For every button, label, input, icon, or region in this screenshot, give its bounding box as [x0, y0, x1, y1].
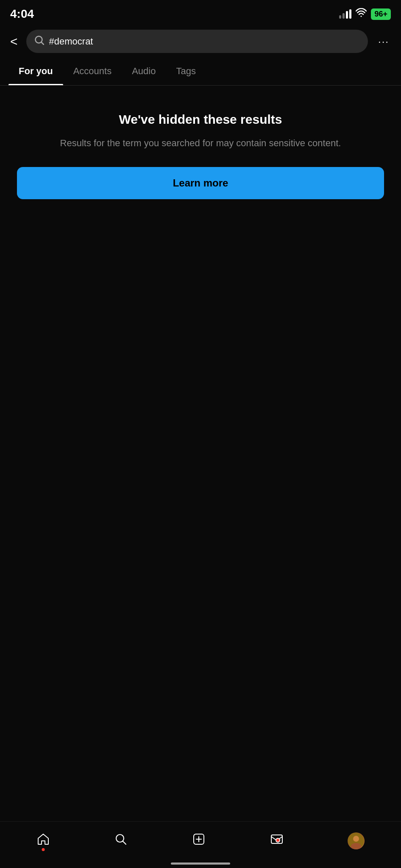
bottom-nav [0, 821, 401, 868]
search-bar[interactable]: #democrat [26, 30, 368, 53]
learn-more-button[interactable]: Learn more [17, 167, 384, 199]
back-button[interactable]: < [8, 33, 19, 50]
search-query: #democrat [49, 36, 359, 47]
wifi-icon [356, 8, 367, 20]
search-icon [35, 36, 44, 47]
profile-avatar [348, 832, 365, 849]
main-content: We've hidden these results Results for t… [0, 86, 401, 225]
svg-rect-5 [276, 838, 280, 842]
nav-search[interactable] [114, 832, 128, 849]
create-icon [192, 832, 206, 849]
tab-for-you[interactable]: For you [8, 57, 63, 85]
svg-point-7 [353, 836, 359, 842]
tab-accounts[interactable]: Accounts [63, 57, 122, 85]
inbox-icon [270, 832, 284, 849]
hidden-results-title: We've hidden these results [17, 111, 384, 128]
search-nav-icon [114, 832, 128, 849]
svg-point-0 [361, 16, 362, 17]
header: < #democrat ··· [0, 25, 401, 57]
battery-indicator: 96+ [371, 8, 391, 20]
home-icon [36, 832, 50, 849]
status-bar: 4:04 96+ [0, 0, 401, 25]
nav-profile[interactable] [348, 832, 365, 849]
tab-audio[interactable]: Audio [122, 57, 166, 85]
signal-icon [339, 9, 351, 19]
hidden-results-description: Results for the term you searched for ma… [17, 136, 384, 150]
nav-create[interactable] [192, 832, 206, 849]
svg-point-1 [35, 36, 42, 43]
nav-inbox[interactable] [270, 832, 284, 849]
tabs-bar: For you Accounts Audio Tags [0, 57, 401, 86]
more-options-button[interactable]: ··· [375, 34, 393, 49]
nav-home[interactable] [36, 832, 50, 849]
home-indicator [171, 862, 230, 865]
tab-tags[interactable]: Tags [166, 57, 206, 85]
status-icons: 96+ [339, 8, 391, 20]
status-time: 4:04 [10, 7, 34, 21]
